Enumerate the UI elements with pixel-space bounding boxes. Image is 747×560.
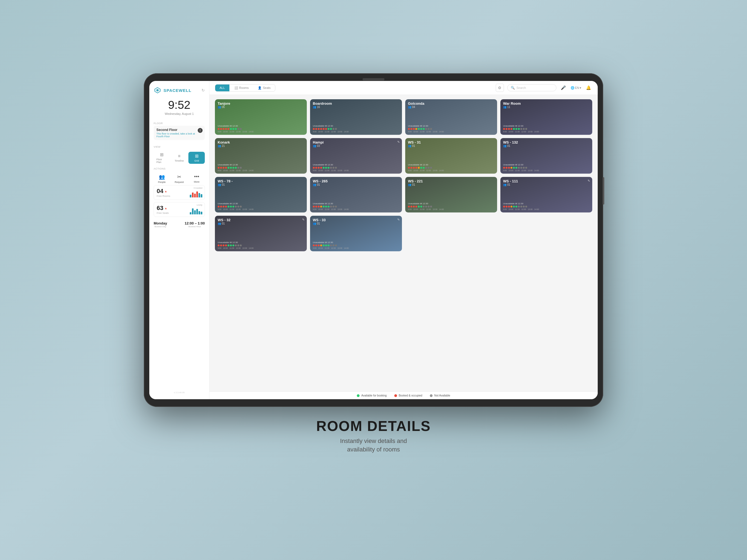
svg-point-0 (157, 90, 158, 91)
refresh-icon[interactable]: ↻ (202, 88, 205, 93)
room-dot (333, 206, 334, 207)
timeline-label: Timeline (175, 159, 184, 162)
room-card-ws111[interactable]: ✎ WS - 111 👥 01 Unavailable till 12:30 9… (500, 177, 592, 212)
busiest-hour-item: 12:00 – 1:00 Busiest Hour (185, 221, 205, 228)
room-card-content: Konark 👥 21 Unavailable till 12:30 9:001… (215, 138, 307, 174)
room-dot (408, 206, 410, 207)
room-dots (503, 167, 590, 169)
room-dot (223, 206, 225, 207)
filter-icon-btn[interactable]: ⚙ (496, 84, 504, 92)
room-dot (428, 167, 430, 169)
caption-subtitle: Instantly view details andavailability o… (316, 437, 431, 454)
floorplan-icon: ⊞ (160, 152, 163, 157)
room-dot (217, 128, 220, 130)
room-dot (525, 206, 527, 207)
stats-section: Crowded 04 ▲ Free Rooms (154, 185, 205, 389)
room-dot (428, 206, 430, 207)
room-times: 9:0010:0011:0012:0013:0014:00 (503, 131, 590, 133)
room-dot (513, 206, 515, 207)
notification-icon[interactable]: 🔔 (585, 84, 592, 92)
globe-icon: 🌐 (571, 86, 574, 90)
room-dot (420, 167, 422, 169)
view-timeline-btn[interactable]: ≡ Timeline (171, 152, 187, 164)
room-dots (217, 245, 304, 246)
room-footer: Unavailable till 12:30 9:0010:0011:0012:… (313, 125, 399, 133)
room-card-ws78[interactable]: WS - 78 - 👥 01 Unavailable till 12:30 9:… (215, 177, 307, 212)
room-dot (506, 128, 508, 130)
tab-all[interactable]: ALL (215, 84, 229, 91)
grid-icon: ⊞ (195, 153, 199, 159)
room-card-ws31[interactable]: WS - 31 👥 01 Unavailable till 12:30 9:00… (405, 138, 497, 174)
bottom-caption: ROOM DETAILS Instantly view details anda… (316, 418, 431, 454)
room-footer: Unavailable till 12:30 9:0010:0011:0012:… (217, 241, 304, 249)
room-dot (228, 206, 229, 207)
room-name: WS - 32 👥 01 (217, 218, 231, 225)
tablet-screen: SPACEWELL ↻ 9:52 Wednesday, August 1 Flo… (149, 81, 598, 399)
more-action-btn[interactable]: ••• More (188, 172, 205, 185)
room-dot (230, 128, 232, 130)
room-dot (320, 206, 322, 207)
room-times: 9:0010:0011:0012:0013:0014:00 (313, 247, 399, 249)
room-dot (235, 167, 237, 169)
people-icon-small: 👥 (408, 144, 411, 147)
room-card-ws32[interactable]: ✎ WS - 32 👥 01 Unavailable till 12:30 9:… (215, 216, 307, 251)
room-footer: Unavailable till 12:30 9:0010:0011:0012:… (313, 241, 399, 249)
room-times: 9:0010:0011:0012:0013:0014:00 (503, 170, 590, 172)
room-card-konark[interactable]: Konark 👥 21 Unavailable till 12:30 9:001… (215, 138, 307, 174)
people-icon-small: 👥 (217, 222, 221, 225)
legend-unavailable-dot (430, 394, 433, 397)
search-icon: 🔍 (511, 86, 515, 90)
mic-icon[interactable]: 🎤 (560, 84, 567, 92)
room-card-golconda[interactable]: Golconda 👥 04 Unavailable till 12:30 9:0… (405, 99, 497, 135)
search-box[interactable]: 🔍 Search (507, 84, 557, 91)
room-dot (235, 245, 237, 246)
seats-tab-icon: 👤 (258, 86, 262, 90)
room-dot (520, 206, 522, 207)
room-card-content: War Room 👥 11 Unavailable till 12:30 9:0… (500, 99, 592, 135)
room-dot (410, 128, 412, 130)
room-dots (503, 128, 590, 130)
room-dot (240, 167, 242, 169)
room-card-ws265[interactable]: WS - 265 👥 01 Unavailable till 12:30 9:0… (310, 177, 402, 212)
room-card-hampi[interactable]: ✎ Hampi 👥 03 Unavailable till 12:30 9:00… (310, 138, 402, 174)
room-capacity: 👥 01 (503, 144, 518, 147)
room-dots (217, 128, 304, 130)
view-floorplan-btn[interactable]: ⊞ Floor Plan (154, 150, 170, 165)
request-action-btn[interactable]: ✂ Request (171, 172, 187, 185)
room-dot (430, 167, 432, 169)
room-times: 9:0010:0011:0012:0013:0014:00 (408, 208, 494, 210)
room-times: 9:0010:0011:0012:0013:0014:00 (313, 208, 399, 210)
room-dot (415, 167, 417, 169)
room-dot (428, 128, 430, 130)
floor-section-label: Floor (154, 122, 205, 125)
room-status: Unavailable till 12:30 (408, 202, 494, 205)
room-dot (523, 128, 525, 130)
room-dot (413, 167, 415, 169)
room-card-boardroom[interactable]: Boardroom 👥 16 Unavailable till 12:30 9:… (310, 99, 402, 135)
clock-display: 9:52 (154, 98, 205, 111)
grid-label: Grid (195, 159, 199, 162)
room-card-ws132[interactable]: WS - 132 👥 01 Unavailable till 12:30 9:0… (500, 138, 592, 174)
room-dots (313, 128, 399, 130)
rooms-grid: Tanjore 👥 06 Unavailable till 12:30 9:00… (209, 95, 598, 391)
tab-rooms[interactable]: ⬜ Rooms (230, 84, 253, 91)
floor-link[interactable]: Fourth Floor (156, 135, 170, 138)
legend-available-label: Available for booking (361, 394, 387, 397)
room-capacity: 👥 01 (503, 183, 518, 186)
room-dot (225, 167, 227, 169)
free-rooms-card: Crowded 04 ▲ Free Rooms (154, 185, 205, 200)
people-action-btn[interactable]: 👥 People (154, 172, 170, 185)
room-card-tanjore[interactable]: Tanjore 👥 06 Unavailable till 12:30 9:00… (215, 99, 307, 135)
people-icon-small: 👥 (503, 105, 506, 108)
room-card-ws33[interactable]: ✎ WS - 33 👥 01 Unavailable till 12:30 9:… (310, 216, 402, 251)
room-dot (318, 167, 319, 169)
language-btn[interactable]: 🌐 EN ▾ (571, 86, 581, 90)
room-card-ws221[interactable]: WS - 221 👥 01 Unavailable till 12:30 9:0… (405, 177, 497, 212)
room-dot (523, 206, 525, 207)
room-header: WS - 111 👥 01 (503, 179, 590, 186)
tablet-wrapper: SPACEWELL ↻ 9:52 Wednesday, August 1 Flo… (144, 73, 603, 454)
tab-seats[interactable]: 👤 Seats (254, 84, 275, 91)
view-grid-btn[interactable]: ⊞ Grid (188, 152, 205, 164)
room-dot (313, 206, 315, 207)
room-card-warroom[interactable]: War Room 👥 11 Unavailable till 12:30 9:0… (500, 99, 592, 135)
